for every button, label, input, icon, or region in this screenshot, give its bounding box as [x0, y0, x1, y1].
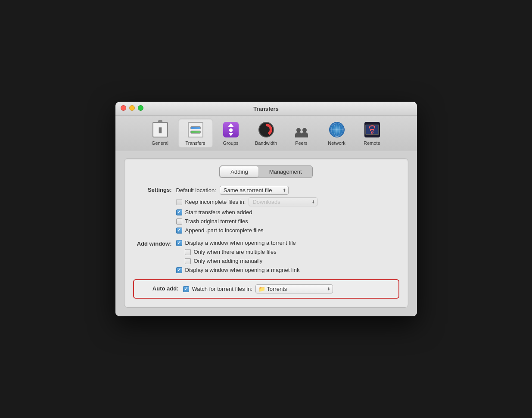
downloads-wrapper: Downloads [249, 197, 317, 206]
network-icon [328, 121, 346, 139]
start-transfers-row: Start transfers when added [176, 209, 399, 215]
toolbar: General Transfers Groups [115, 116, 417, 151]
auto-add-content: Watch for torrent files in: 📁 Torrents [183, 284, 392, 293]
default-location-row: Default location: Same as torrent file [176, 186, 399, 195]
toolbar-item-network[interactable]: Network [320, 119, 354, 147]
tab-group: Adding Management [219, 165, 312, 178]
settings-section: Settings: Default location: Same as torr… [133, 186, 399, 234]
transfers-icon [187, 121, 205, 139]
toolbar-label-transfers: Transfers [185, 140, 205, 146]
auto-add-section: Auto add: Watch for torrent files in: 📁 … [133, 279, 399, 299]
display-window-magnet-row: Display a window when opening a magnet l… [176, 267, 399, 273]
default-location-wrapper: Same as torrent file [220, 186, 289, 195]
default-location-label: Default location: [176, 187, 216, 193]
toolbar-label-network: Network [328, 140, 345, 146]
append-part-row: Append .part to incomplete files [176, 227, 399, 234]
only-manually-row: Only when adding manually [176, 258, 399, 264]
content-area: Adding Management Settings: Default loca… [115, 151, 417, 316]
toolbar-item-general[interactable]: General [143, 119, 177, 147]
tab-management[interactable]: Management [259, 166, 312, 178]
auto-add-label: Auto add: [140, 284, 183, 292]
keep-incomplete-row: Keep incomplete files in: Downloads [176, 197, 399, 206]
only-multiple-row: Only when there are multiple files [176, 249, 399, 255]
start-transfers-checkbox[interactable] [176, 209, 182, 215]
toolbar-item-bandwidth[interactable]: Bandwidth [249, 119, 283, 147]
trash-torrents-checkbox[interactable] [176, 218, 182, 225]
only-multiple-label: Only when there are multiple files [194, 249, 277, 255]
settings-label: Settings: [133, 186, 176, 193]
toolbar-label-groups: Groups [223, 140, 238, 146]
general-icon [151, 121, 169, 139]
only-multiple-checkbox[interactable] [185, 249, 191, 255]
toolbar-item-groups[interactable]: Groups [214, 119, 248, 147]
toolbar-item-transfers[interactable]: Transfers [178, 119, 213, 147]
downloads-select[interactable]: Downloads [249, 197, 317, 206]
toolbar-item-peers[interactable]: Peers [284, 119, 319, 147]
toolbar-label-general: General [152, 140, 168, 146]
add-window-label: Add window: [133, 240, 176, 247]
auto-add-inner: Auto add: Watch for torrent files in: 📁 … [140, 284, 392, 293]
keep-incomplete-checkbox[interactable] [176, 199, 182, 205]
watch-torrents-row: Watch for torrent files in: 📁 Torrents [183, 284, 392, 293]
toolbar-label-bandwidth: Bandwidth [255, 140, 277, 146]
groups-icon [222, 121, 240, 139]
append-part-checkbox[interactable] [176, 228, 182, 234]
display-window-torrent-checkbox[interactable] [176, 240, 182, 246]
default-location-select[interactable]: Same as torrent file [220, 186, 289, 195]
watch-torrents-label: Watch for torrent files in: [192, 286, 252, 292]
keep-incomplete-label: Keep incomplete files in: [185, 199, 246, 205]
only-manually-label: Only when adding manually [194, 258, 263, 264]
remote-icon [363, 121, 381, 139]
inner-panel: Adding Management Settings: Default loca… [124, 158, 408, 308]
start-transfers-label: Start transfers when added [185, 209, 252, 215]
only-manually-checkbox[interactable] [185, 258, 191, 264]
toolbar-label-remote: Remote [364, 140, 380, 146]
bandwidth-icon [257, 121, 275, 139]
display-window-torrent-label: Display a window when opening a torrent … [185, 240, 296, 246]
append-part-label: Append .part to incomplete files [185, 227, 264, 234]
tab-adding[interactable]: Adding [220, 166, 258, 177]
peers-icon [292, 121, 311, 139]
window-title: Transfers [121, 106, 412, 112]
main-window: Transfers General Transfers [115, 102, 417, 316]
settings-content: Default location: Same as torrent file K… [176, 186, 399, 234]
add-window-section: Add window: Display a window when openin… [133, 240, 399, 273]
trash-torrents-label: Trash original torrent files [185, 218, 248, 225]
display-window-magnet-label: Display a window when opening a magnet l… [185, 267, 300, 273]
toolbar-label-peers: Peers [295, 140, 308, 146]
title-bar: Transfers [115, 102, 417, 116]
display-window-torrent-row: Display a window when opening a torrent … [176, 240, 399, 246]
tab-bar: Adding Management [133, 165, 399, 178]
watch-torrents-checkbox[interactable] [183, 286, 189, 292]
trash-torrents-row: Trash original torrent files [176, 218, 399, 225]
toolbar-item-remote[interactable]: Remote [355, 119, 389, 147]
torrents-folder-select[interactable]: 📁 Torrents [255, 284, 333, 293]
torrents-folder-wrapper: 📁 Torrents [255, 284, 333, 293]
add-window-content: Display a window when opening a torrent … [176, 240, 399, 273]
display-window-magnet-checkbox[interactable] [176, 267, 182, 273]
